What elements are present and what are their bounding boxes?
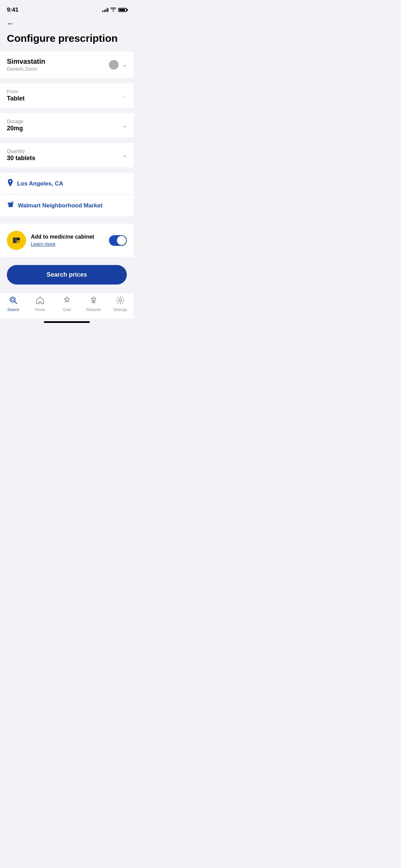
drug-row-right: ⌄	[109, 60, 127, 70]
tab-search[interactable]: Search	[0, 296, 27, 312]
location-row[interactable]: Los Angeles, CA	[0, 173, 134, 195]
form-chevron-icon: ⌄	[123, 93, 127, 98]
back-arrow-icon: ←	[7, 19, 14, 28]
medicine-text: Add to medicine cabinet Learn more	[31, 234, 104, 247]
search-tab-icon	[9, 296, 18, 306]
search-prices-button[interactable]: Search prices	[7, 265, 127, 285]
form-value: Tablet	[7, 95, 123, 102]
drug-generic-name: Generic Zocor	[7, 66, 109, 72]
medicine-cabinet-toggle[interactable]	[109, 235, 127, 246]
quantity-field-row[interactable]: Quantity 30 tablets ⌄	[0, 143, 134, 167]
drug-indicator-dot	[109, 60, 119, 70]
tab-rewards[interactable]: Rewards	[80, 296, 107, 312]
tab-home[interactable]: Home	[27, 296, 53, 312]
rewards-tab-icon	[89, 296, 98, 306]
home-indicator	[0, 318, 134, 324]
settings-tab-label: Settings	[113, 308, 127, 312]
home-indicator-bar	[44, 321, 90, 323]
gold-tab-icon	[62, 296, 71, 306]
settings-tab-icon	[116, 296, 125, 306]
location-pharmacy-section: Los Angeles, CA Walmart Neighborhood Mar…	[0, 173, 134, 216]
back-button[interactable]: ←	[0, 15, 134, 31]
svg-line-7	[15, 302, 17, 304]
page-title: Configure prescription	[0, 31, 134, 51]
svg-point-13	[119, 299, 122, 302]
dosage-label: Dosage	[7, 119, 123, 124]
status-icons	[102, 7, 127, 13]
search-tab-label: Search	[8, 308, 20, 312]
search-button-wrap: Search prices	[0, 260, 134, 293]
quantity-label: Quantity	[7, 148, 123, 154]
quantity-chevron-icon: ⌄	[123, 153, 127, 158]
medicine-cabinet-icon	[12, 236, 21, 245]
toggle-switch[interactable]	[109, 235, 127, 246]
drug-chevron-icon: ⌄	[123, 62, 127, 68]
drug-name: Simvastatin	[7, 58, 109, 65]
rewards-tab-label: Rewards	[86, 308, 101, 312]
tab-gold[interactable]: Gold	[53, 296, 80, 312]
location-label: Los Angeles, CA	[17, 180, 63, 187]
pharmacy-icon	[7, 201, 14, 210]
home-tab-icon	[36, 296, 45, 306]
dosage-field-row[interactable]: Dosage 20mg ⌄	[0, 113, 134, 137]
form-field-row[interactable]: Form Tablet ⌄	[0, 83, 134, 108]
drug-row[interactable]: Simvastatin Generic Zocor ⌄	[0, 51, 134, 78]
medicine-cabinet-section: Add to medicine cabinet Learn more	[0, 224, 134, 257]
learn-more-link[interactable]: Learn more	[31, 241, 56, 247]
status-time: 9:41	[7, 7, 19, 13]
medicine-cabinet-title: Add to medicine cabinet	[31, 234, 104, 240]
tab-bar: Search Home Gold Rewards	[0, 293, 134, 318]
wifi-icon	[110, 7, 116, 13]
dosage-field: Dosage 20mg	[7, 119, 123, 132]
drug-info: Simvastatin Generic Zocor	[7, 58, 109, 72]
status-bar: 9:41	[0, 0, 134, 15]
tab-settings[interactable]: Settings	[107, 296, 134, 312]
toggle-thumb	[117, 236, 126, 245]
svg-point-9	[66, 300, 68, 301]
form-field: Form Tablet	[7, 89, 123, 102]
quantity-field: Quantity 30 tablets	[7, 148, 123, 162]
quantity-value: 30 tablets	[7, 155, 123, 162]
battery-icon	[118, 8, 127, 12]
pharmacy-row[interactable]: Walmart Neighborhood Market	[0, 195, 134, 216]
dosage-chevron-icon: ⌄	[123, 123, 127, 128]
pharmacy-label: Walmart Neighborhood Market	[18, 202, 102, 209]
gold-tab-label: Gold	[63, 308, 71, 312]
svg-point-8	[12, 299, 14, 301]
home-tab-label: Home	[35, 308, 45, 312]
dosage-value: 20mg	[7, 125, 123, 132]
location-pin-icon	[7, 179, 14, 188]
dosage-section: Dosage 20mg ⌄	[0, 113, 134, 137]
quantity-section: Quantity 30 tablets ⌄	[0, 143, 134, 167]
svg-rect-4	[15, 240, 17, 241]
drug-section: Simvastatin Generic Zocor ⌄	[0, 51, 134, 78]
medicine-icon-wrap	[7, 231, 26, 250]
form-label: Form	[7, 89, 123, 94]
form-section: Form Tablet ⌄	[0, 83, 134, 108]
signal-icon	[102, 8, 108, 12]
